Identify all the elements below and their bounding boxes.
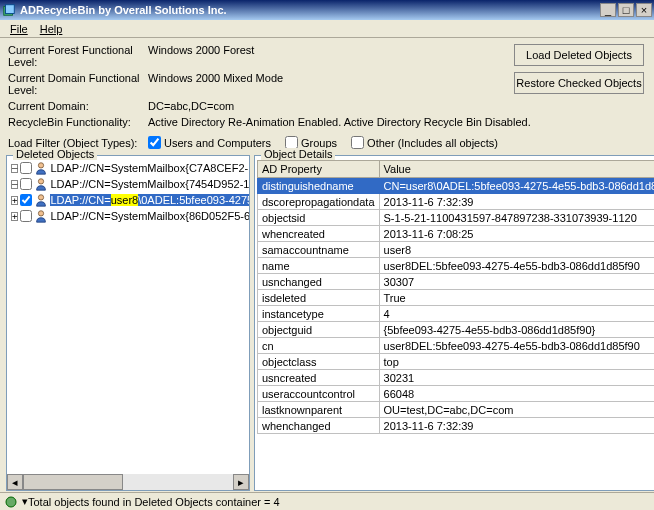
grid-cell-prop: name bbox=[258, 258, 380, 274]
filter-label: Load Filter (Object Types): bbox=[8, 137, 148, 149]
grid-cell-val: {5bfee093-4275-4e55-bdb3-086dd1d85f90} bbox=[379, 322, 654, 338]
tree-item[interactable]: +LDAP://CN=SystemMailbox{86D052F5-62C5-4… bbox=[11, 208, 249, 224]
deleted-objects-title: Deleted Objects bbox=[13, 148, 97, 160]
grid-row[interactable]: lastknownparentOU=test,DC=abc,DC=com bbox=[258, 402, 655, 418]
close-button[interactable]: × bbox=[636, 3, 652, 17]
grid-cell-val: user8 bbox=[379, 242, 654, 258]
grid-row[interactable]: dscorepropagationdata2013-11-6 7:32:39 bbox=[258, 194, 655, 210]
tree-item-checkbox[interactable] bbox=[20, 210, 32, 222]
grid-cell-val: 2013-11-6 7:08:25 bbox=[379, 226, 654, 242]
grid-cell-val: OU=test,DC=abc,DC=com bbox=[379, 402, 654, 418]
grid-row[interactable]: usnchanged30307 bbox=[258, 274, 655, 290]
rbfunc-value: Active Directory Re-Animation Enabled. A… bbox=[148, 116, 646, 128]
app-icon bbox=[2, 3, 16, 17]
forest-label: Current Forest Functional Level: bbox=[8, 44, 148, 68]
grid-cell-prop: objectclass bbox=[258, 354, 380, 370]
title-bar: ADRecycleBin by Overall Solutions Inc. _… bbox=[0, 0, 654, 20]
tree-scrollbar-horizontal[interactable]: ◂ ▸ bbox=[7, 474, 249, 490]
tree-toggle-icon[interactable]: + bbox=[11, 196, 18, 205]
grid-cell-prop: useraccountcontrol bbox=[258, 386, 380, 402]
grid-row[interactable]: isdeletedTrue bbox=[258, 290, 655, 306]
tree-item[interactable]: –LDAP://CN=SystemMailbox{C7A8CEF2-FFE7-4… bbox=[11, 160, 249, 176]
grid-cell-prop: dscorepropagationdata bbox=[258, 194, 380, 210]
grid-cell-val: True bbox=[379, 290, 654, 306]
domainlvl-label: Current Domain Functional Level: bbox=[8, 72, 148, 96]
grid-row[interactable]: cnuser8DEL:5bfee093-4275-4e55-bdb3-086dd… bbox=[258, 338, 655, 354]
menu-bar: File Help bbox=[0, 20, 654, 38]
deleted-objects-tree[interactable]: –LDAP://CN=SystemMailbox{C7A8CEF2-FFE7-4… bbox=[7, 156, 249, 466]
domain-label: Current Domain: bbox=[8, 100, 148, 112]
grid-row[interactable]: objectguid{5bfee093-4275-4e55-bdb3-086dd… bbox=[258, 322, 655, 338]
details-grid[interactable]: AD Property Value distinguishednameCN=us… bbox=[255, 156, 654, 466]
deleted-objects-panel: Deleted Objects –LDAP://CN=SystemMailbox… bbox=[6, 155, 250, 491]
grid-cell-prop: samaccountname bbox=[258, 242, 380, 258]
grid-row[interactable]: distinguishednameCN=user8\0ADEL:5bfee093… bbox=[258, 178, 655, 194]
svg-point-5 bbox=[39, 211, 44, 216]
grid-cell-prop: isdeleted bbox=[258, 290, 380, 306]
grid-cell-prop: usnchanged bbox=[258, 274, 380, 290]
col-property[interactable]: AD Property bbox=[258, 161, 380, 178]
grid-cell-prop: whenchanged bbox=[258, 418, 380, 434]
tree-item-checkbox[interactable] bbox=[20, 178, 32, 190]
grid-row[interactable]: whencreated2013-11-6 7:08:25 bbox=[258, 226, 655, 242]
grid-cell-prop: cn bbox=[258, 338, 380, 354]
svg-point-3 bbox=[39, 179, 44, 184]
restore-checked-button[interactable]: Restore Checked Objects bbox=[514, 72, 644, 94]
svg-rect-1 bbox=[6, 5, 15, 14]
tree-toggle-icon[interactable]: + bbox=[11, 212, 18, 221]
grid-row[interactable]: samaccountnameuser8 bbox=[258, 242, 655, 258]
tree-item-checkbox[interactable] bbox=[20, 162, 32, 174]
status-text: Total objects found in Deleted Objects c… bbox=[28, 496, 280, 508]
grid-cell-prop: objectsid bbox=[258, 210, 380, 226]
filter-users-checkbox[interactable] bbox=[148, 136, 161, 149]
grid-cell-val: 2013-11-6 7:32:39 bbox=[379, 194, 654, 210]
grid-row[interactable]: whenchanged2013-11-6 7:32:39 bbox=[258, 418, 655, 434]
grid-row[interactable]: objectsidS-1-5-21-1100431597-847897238-3… bbox=[258, 210, 655, 226]
grid-cell-prop: distinguishedname bbox=[258, 178, 380, 194]
svg-point-6 bbox=[6, 497, 16, 507]
svg-point-2 bbox=[39, 163, 44, 168]
user-icon bbox=[34, 209, 48, 223]
maximize-button[interactable]: □ bbox=[618, 3, 634, 17]
grid-row[interactable]: instancetype4 bbox=[258, 306, 655, 322]
grid-cell-val: 66048 bbox=[379, 386, 654, 402]
grid-cell-val: user8DEL:5bfee093-4275-4e55-bdb3-086dd1d… bbox=[379, 338, 654, 354]
menu-file[interactable]: File bbox=[4, 22, 34, 36]
filter-other[interactable]: Other (Includes all objects) bbox=[351, 136, 498, 149]
grid-cell-prop: whencreated bbox=[258, 226, 380, 242]
info-panel: Load Deleted Objects Restore Checked Obj… bbox=[0, 38, 654, 134]
filter-users[interactable]: Users and Computers bbox=[148, 136, 271, 149]
grid-cell-val: 4 bbox=[379, 306, 654, 322]
rbfunc-label: RecycleBin Functionality: bbox=[8, 116, 148, 128]
user-icon bbox=[34, 161, 48, 175]
object-details-title: Object Details bbox=[261, 148, 335, 160]
filter-other-checkbox[interactable] bbox=[351, 136, 364, 149]
tree-toggle-icon[interactable]: – bbox=[11, 180, 18, 189]
tree-item[interactable]: –LDAP://CN=SystemMailbox{7454D952-1AFB-4… bbox=[11, 176, 249, 192]
status-icon bbox=[4, 495, 18, 509]
scroll-right-button[interactable]: ▸ bbox=[233, 474, 249, 490]
col-value[interactable]: Value bbox=[379, 161, 654, 178]
user-icon bbox=[34, 177, 48, 191]
tree-item-checkbox[interactable] bbox=[20, 194, 32, 206]
menu-help[interactable]: Help bbox=[34, 22, 69, 36]
grid-row[interactable]: useraccountcontrol66048 bbox=[258, 386, 655, 402]
grid-cell-val: 30307 bbox=[379, 274, 654, 290]
grid-cell-prop: lastknownparent bbox=[258, 402, 380, 418]
object-details-panel: Object Details AD Property Value disting… bbox=[254, 155, 654, 491]
grid-cell-prop: instancetype bbox=[258, 306, 380, 322]
scroll-left-button[interactable]: ◂ bbox=[7, 474, 23, 490]
tree-item[interactable]: +LDAP://CN=user8\0ADEL:5bfee093-4275-4e5… bbox=[11, 192, 249, 208]
scroll-thumb[interactable] bbox=[23, 474, 123, 490]
grid-cell-val: 30231 bbox=[379, 370, 654, 386]
grid-row[interactable]: objectclasstop bbox=[258, 354, 655, 370]
user-icon bbox=[34, 193, 48, 207]
grid-cell-val: 2013-11-6 7:32:39 bbox=[379, 418, 654, 434]
grid-row[interactable]: usncreated30231 bbox=[258, 370, 655, 386]
grid-row[interactable]: nameuser8DEL:5bfee093-4275-4e55-bdb3-086… bbox=[258, 258, 655, 274]
tree-toggle-icon[interactable]: – bbox=[11, 164, 18, 173]
minimize-button[interactable]: _ bbox=[600, 3, 616, 17]
load-deleted-button[interactable]: Load Deleted Objects bbox=[514, 44, 644, 66]
window-title: ADRecycleBin by Overall Solutions Inc. bbox=[20, 4, 598, 16]
grid-cell-val: CN=user8\0ADEL:5bfee093-4275-4e55-bdb3-0… bbox=[379, 178, 654, 194]
